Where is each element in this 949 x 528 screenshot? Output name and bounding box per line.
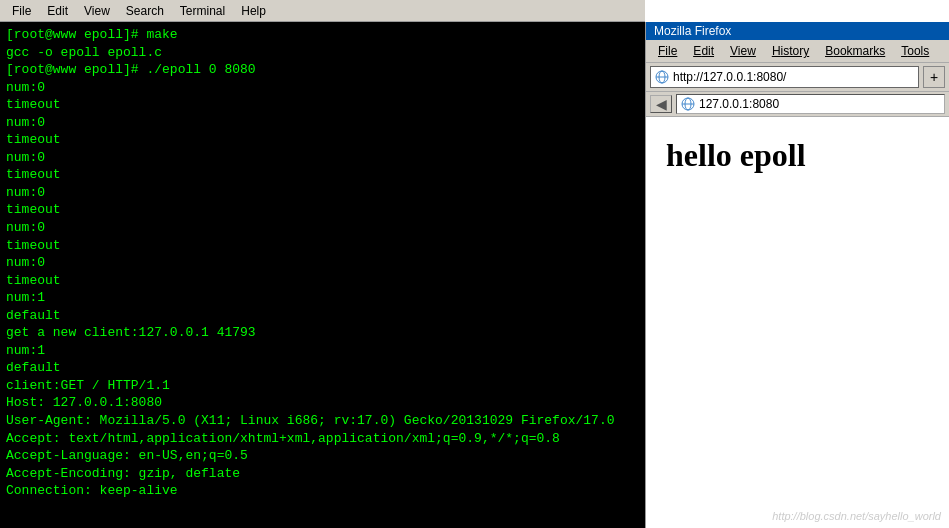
terminal-line: Accept-Language: en-US,en;q=0.5: [6, 447, 639, 465]
address-input[interactable]: [673, 70, 914, 84]
browser-menu-tools[interactable]: Tools: [893, 42, 937, 60]
terminal-line: gcc -o epoll epoll.c: [6, 44, 639, 62]
url-globe-icon: [681, 97, 695, 111]
menu-edit[interactable]: Edit: [39, 2, 76, 20]
url-text: 127.0.0.1:8080: [699, 97, 779, 111]
address-bar-wrap[interactable]: [650, 66, 919, 88]
browser-title: Mozilla Firefox: [654, 24, 731, 38]
terminal-line: num:1: [6, 289, 639, 307]
terminal-line: Accept-Encoding: gzip, deflate: [6, 465, 639, 483]
terminal-line: num:0: [6, 79, 639, 97]
terminal-line: Connection: keep-alive: [6, 482, 639, 500]
terminal-line: client:GET / HTTP/1.1: [6, 377, 639, 395]
menu-file[interactable]: File: [4, 2, 39, 20]
browser-menubar: File Edit View History Bookmarks Tools: [646, 40, 949, 63]
terminal-menubar: File Edit View Search Terminal Help: [0, 0, 645, 22]
terminal-line: num:0: [6, 149, 639, 167]
browser-menu-bookmarks[interactable]: Bookmarks: [817, 42, 893, 60]
back-button[interactable]: ◀: [650, 95, 672, 113]
terminal-line: timeout: [6, 272, 639, 290]
terminal-line: [root@www epoll]# make: [6, 26, 639, 44]
browser-menu-view[interactable]: View: [722, 42, 764, 60]
page-heading: hello epoll: [666, 137, 929, 174]
browser-content: hello epoll: [646, 117, 949, 528]
terminal-line: default: [6, 359, 639, 377]
terminal-line: default: [6, 307, 639, 325]
terminal-line: num:1: [6, 342, 639, 360]
browser-menu-file[interactable]: File: [650, 42, 685, 60]
terminal-line: num:0: [6, 114, 639, 132]
browser-navline: ◀ 127.0.0.1:8080: [646, 92, 949, 117]
browser-title-bar: Mozilla Firefox: [646, 22, 949, 40]
terminal-line: timeout: [6, 131, 639, 149]
terminal-line: timeout: [6, 166, 639, 184]
menu-help[interactable]: Help: [233, 2, 274, 20]
go-button[interactable]: +: [923, 66, 945, 88]
terminal-line: timeout: [6, 237, 639, 255]
terminal-line: get a new client:127.0.0.1 41793: [6, 324, 639, 342]
terminal-line: timeout: [6, 201, 639, 219]
globe-icon: [655, 70, 669, 84]
terminal-line: Accept: text/html,application/xhtml+xml,…: [6, 430, 639, 448]
url-display: 127.0.0.1:8080: [676, 94, 945, 114]
menu-search[interactable]: Search: [118, 2, 172, 20]
terminal-panel: [root@www epoll]# makegcc -o epoll epoll…: [0, 22, 645, 528]
menu-terminal[interactable]: Terminal: [172, 2, 233, 20]
terminal-line: Host: 127.0.0.1:8080: [6, 394, 639, 412]
browser-panel: Mozilla Firefox File Edit View History B…: [645, 22, 949, 528]
terminal-line: User-Agent: Mozilla/5.0 (X11; Linux i686…: [6, 412, 639, 430]
terminal-line: [root@www epoll]# ./epoll 0 8080: [6, 61, 639, 79]
terminal-line: timeout: [6, 96, 639, 114]
terminal-line: num:0: [6, 184, 639, 202]
terminal-line: num:0: [6, 219, 639, 237]
browser-menu-history[interactable]: History: [764, 42, 817, 60]
browser-toolbar: +: [646, 63, 949, 92]
browser-menu-edit[interactable]: Edit: [685, 42, 722, 60]
terminal-line: num:0: [6, 254, 639, 272]
menu-view[interactable]: View: [76, 2, 118, 20]
